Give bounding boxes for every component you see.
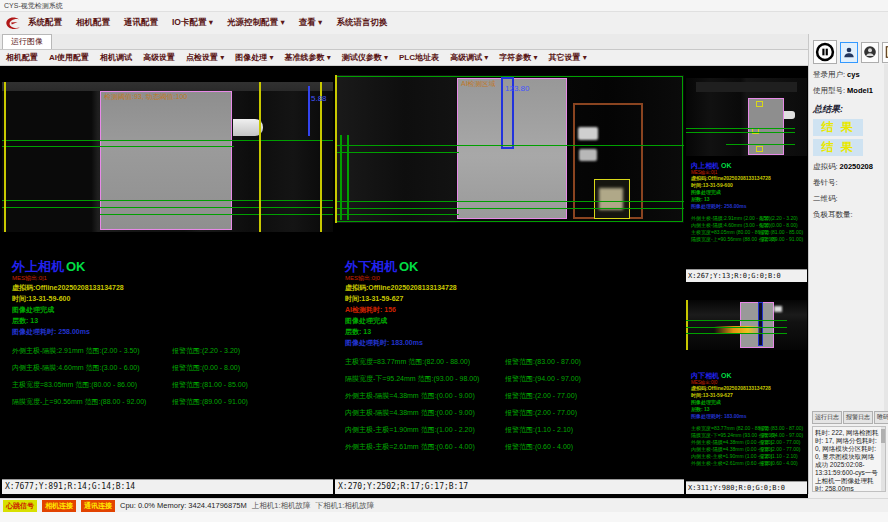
green-baseline — [335, 152, 459, 153]
measurement-row: 主极宽度=83.05mm 范围:(80.00 - 86.00) 报警范围:(81… — [12, 376, 329, 393]
defect-box-yellow — [594, 179, 630, 219]
green-guide-line — [347, 135, 349, 220]
toolbar-item[interactable]: 点检设置 ▾ — [186, 52, 224, 63]
process-done-line: 图像处理完成 — [691, 399, 803, 406]
threshold-overlay-label: 检测阈值:93, 动态阈值:100 — [104, 92, 187, 102]
login-user-button[interactable] — [840, 42, 858, 63]
green-baseline — [2, 200, 333, 201]
process-done-line: 图像处理完成 — [12, 304, 329, 315]
toolbar-item[interactable]: 字符参数 ▾ — [499, 52, 537, 63]
measurement-value: 主极宽度=83.77mm (82.00 - 88.00) — [691, 425, 759, 432]
cpu-memory-status: Cpu: 0.0% Memory: 3424.41796875M — [120, 501, 247, 510]
toolbar-item[interactable]: 高级设置 — [143, 52, 175, 63]
bottom-padding — [0, 512, 888, 522]
measurement-row: 隔膜宽度-下=95.24mm (93.00 - 98.00) 报警:(94.00… — [691, 432, 803, 439]
measurement-row: 外侧主极-隔膜:2.91mm (2.00 - 3.50) 报警:(2.20 - … — [691, 215, 803, 222]
toolbar-item[interactable]: 相机调试 — [100, 52, 132, 63]
camera-image-inner-upper[interactable] — [686, 78, 807, 156]
camera-image-outer-lower[interactable]: AI检测区域 123.80 — [335, 75, 684, 223]
menu-item[interactable]: 相机配置 — [76, 17, 110, 29]
log-scrollbar-thumb[interactable] — [881, 429, 885, 443]
toolbar-item[interactable]: 高级调试 ▾ — [450, 52, 488, 63]
virtual-code-line: 虚拟码:Offline20250208133134728 — [691, 175, 803, 182]
camera-image-outer-upper[interactable]: 5.88 检测阈值:93, 动态阈值:100 — [2, 82, 333, 232]
alarm-range: 报警范围:(0.60 - 4.00) — [505, 438, 573, 455]
measurement-value: 外侧主极-隔膜=4.38mm (0.00 - 9.00) — [691, 439, 759, 446]
toolbar-item[interactable]: 其它设置 ▾ — [549, 52, 587, 63]
mark-box-yellow — [756, 146, 763, 152]
menu-item[interactable]: IO卡配置 ▾ — [172, 17, 213, 29]
panel-scrollbar[interactable] — [884, 64, 888, 419]
result-block: 外上相机OK MES输出:0|1 虚拟码:Offline202502081331… — [12, 260, 329, 410]
measurement-row: 主极宽度=83.77mm 范围:(82.00 - 88.00) 报警范围:(83… — [345, 353, 680, 370]
measurement-value: 主极宽度=83.05mm (80.00 - 86.00) — [691, 229, 759, 236]
log-output[interactable]: 耗时: 222, 网络检图耗时: 17, 网络分包耗时: 0, 网络模块分区耗时… — [812, 426, 886, 492]
result-ok-label: OK — [66, 259, 86, 274]
yellow-guide-line — [335, 75, 337, 223]
menu-item[interactable]: 查看 ▾ — [299, 17, 323, 29]
camera-view-outer-lower[interactable]: AI检测区域 123.80 外下相机OK MES输出:0|0 虚拟码:Offli… — [335, 70, 684, 494]
toolbar-item[interactable]: 相机配置 — [6, 52, 38, 63]
operator-button[interactable] — [861, 42, 879, 63]
app-window: CYS-视觉检测系统 系统配置相机配置通讯配置IO卡配置 ▾光源控制配置 ▾查看… — [0, 0, 888, 522]
camera-result-title: 内下相机OK — [691, 372, 803, 380]
menu-item[interactable]: 系统配置 — [28, 17, 62, 29]
result-block: 内上相机OK MES输出:0|1 虚拟码:Offline202502081331… — [691, 162, 803, 243]
toolbar-item[interactable]: 测试仪参数 ▾ — [342, 52, 388, 63]
measurement-row: 内侧主极-主极=1.90mm (1.00 - 2.20) 报警:(1.10 - … — [691, 453, 803, 460]
alarm-range: 报警:(2.00 - 77.00) — [759, 439, 800, 446]
camera-view-inner-lower[interactable]: 内下相机OK MES输出:0|0 虚拟码:Offline202502081331… — [686, 282, 807, 494]
toolbar-item[interactable]: 基准线参数 ▾ — [285, 52, 331, 63]
total-result-label: 总结果: — [813, 103, 885, 116]
camera-views-area: 5.88 检测阈值:93, 动态阈值:100 外上相机OK MES输出:0|1 … — [0, 66, 808, 498]
toolbar-item[interactable]: AI使用配置 — [49, 52, 89, 63]
alarm-range: 报警:(0.60 - 4.00) — [759, 460, 798, 467]
measurement-value: 内侧主极-主极=1.90mm (1.00 - 2.20) — [691, 453, 759, 460]
yellow-guide-line — [259, 82, 261, 232]
time-line: 时间:13-31-59-627 — [345, 293, 680, 304]
tab-run-image[interactable]: 运行图像 — [2, 34, 52, 49]
pause-icon — [815, 42, 835, 62]
measurement-list: 主极宽度=83.77mm (82.00 - 88.00) 报警:(83.00 -… — [691, 425, 803, 467]
alarm-range: 报警:(83.00 - 87.00) — [759, 425, 803, 432]
model-row: 使用型号:Model1 — [813, 86, 885, 96]
ai-region-label: AI检测区域 — [461, 79, 496, 89]
camera-view-inner-upper[interactable]: 内上相机OK MES输出:0|1 虚拟码:Offline202502081331… — [686, 70, 807, 282]
toolbar-item[interactable]: PLC地址表 — [399, 52, 439, 63]
measurement-row: 内侧主极-隔膜:4.60mm 范围:(3.00 - 6.00) 报警范围:(0.… — [12, 359, 329, 376]
camera-image-inner-lower[interactable] — [686, 300, 807, 350]
log-tab[interactable]: 运行日志 — [812, 411, 842, 424]
log-tab[interactable]: 报警日志 — [843, 411, 873, 424]
menu-item[interactable]: 通讯配置 — [124, 17, 158, 29]
virtual-code-line: 虚拟码:Offline20250208133134728 — [345, 282, 680, 293]
toolbar-item[interactable]: 图像处理 ▾ — [235, 52, 273, 63]
measurement-list: 主极宽度=83.77mm 范围:(82.00 - 88.00) 报警范围:(83… — [345, 353, 680, 455]
green-baseline — [2, 140, 333, 141]
measurement-value: 外侧主极-隔膜:2.91mm (2.00 - 3.50) — [691, 215, 759, 222]
log-tab[interactable]: 唯码日志 — [874, 411, 888, 424]
menu-item[interactable]: 系统语言切换 — [336, 17, 387, 29]
camera-view-outer-upper[interactable]: 5.88 检测阈值:93, 动态阈值:100 外上相机OK MES输出:0|1 … — [2, 70, 333, 494]
window-title: CYS-视觉检测系统 — [4, 2, 63, 9]
green-baseline — [686, 320, 787, 321]
log-scrollbar[interactable] — [881, 427, 885, 491]
measurement-value: 内侧主极-隔膜=4.38mm (0.00 - 9.00) — [691, 446, 759, 453]
measurement-row: 内侧主极-主极=1.90mm 范围:(1.00 - 2.20) 报警范围:(1.… — [345, 421, 680, 438]
measurement-row: 外侧主极-隔膜=4.38mm 范围:(0.00 - 9.00) 报警范围:(2.… — [345, 387, 680, 404]
green-baseline — [100, 214, 333, 215]
pause-button[interactable] — [813, 40, 837, 64]
process-done-line: 图像处理完成 — [345, 315, 680, 326]
toolbar: 相机配置AI使用配置相机调试高级设置点检设置 ▾图像处理 ▾基准线参数 ▾测试仪… — [0, 50, 808, 66]
elapsed-line: 图像处理耗时: 183.00ms — [345, 337, 680, 348]
menu-item[interactable]: 光源控制配置 ▾ — [227, 17, 285, 29]
measurement-row: 内侧主极-隔膜:4.60mm (3.00 - 6.00) 报警:(0.00 - … — [691, 222, 803, 229]
model-label: 使用型号: — [813, 86, 845, 95]
negative-tab-count-label: 负极耳数量: — [813, 210, 885, 220]
exit-button[interactable] — [882, 42, 888, 63]
camera-connection-badge: 相机连接 — [42, 500, 76, 512]
camera-name-label: 内上相机 — [691, 162, 719, 169]
lower-camera-status: 下相机1:相机故障 — [316, 501, 375, 511]
time-line: 时间:13-31-59-627 — [691, 392, 803, 399]
mark-box-yellow — [756, 101, 763, 107]
alarm-range: 报警:(0.00 - 8.00) — [759, 222, 798, 229]
